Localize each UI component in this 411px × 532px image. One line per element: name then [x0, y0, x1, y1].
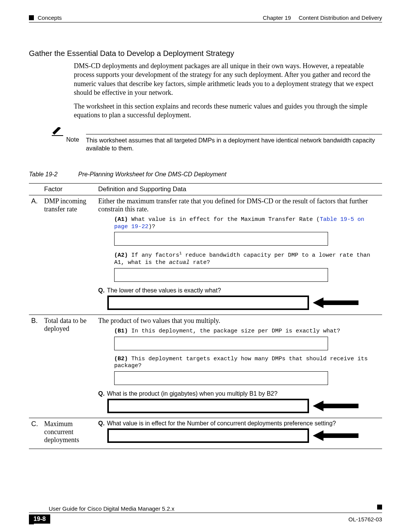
a1-input[interactable]: [114, 232, 328, 246]
b2-input[interactable]: [114, 371, 328, 385]
page-header: Concepts Chapter 19 Content Distribution…: [29, 14, 382, 22]
breadcrumb-section: Concepts: [38, 14, 62, 21]
a2-input[interactable]: [114, 268, 328, 282]
definition-a: Either the maximum transfer rate that yo…: [98, 197, 380, 213]
b1-input[interactable]: [114, 337, 328, 350]
col-letter: [29, 183, 42, 195]
col-factor: Factor: [42, 183, 96, 195]
answer-b-input[interactable]: [107, 399, 309, 413]
definition-b: The product of two values that you multi…: [98, 317, 380, 325]
answer-c-input[interactable]: [107, 428, 309, 443]
table-row: C. Maximum concurrent deployments Q.What…: [29, 418, 382, 449]
factor-c: Maximum concurrent deployments: [42, 418, 96, 449]
intro-block: DMS-CD deployments and deployment packag…: [74, 62, 382, 120]
b2-prompt: (B2) This deployment targets exactly how…: [114, 356, 380, 370]
a1-prompt: (A1) What value is in effect for the Max…: [114, 216, 380, 231]
chapter-number: Chapter 19: [263, 14, 291, 21]
question-c: Q.What value is in effect for the Number…: [98, 420, 380, 427]
arrow-left-icon: [313, 401, 358, 411]
row-letter-a: A.: [29, 195, 42, 315]
table-row: A. DMP incoming transfer rate Either the…: [29, 195, 382, 315]
header-marker-icon: [29, 15, 34, 20]
question-b: Q.What is the product (in gigabytes) whe…: [98, 390, 380, 397]
row-letter-b: B.: [29, 315, 42, 418]
table-title: Pre-Planning Worksheet for One DMS-CD De…: [78, 171, 226, 177]
document-number: OL-15762-03: [349, 516, 382, 522]
page-footer: User Guide for Cisco Digital Media Manag…: [29, 505, 382, 524]
note-block: Note This worksheet assumes that all tar…: [52, 127, 382, 153]
row-letter-c: C.: [29, 418, 42, 449]
factor-a: DMP incoming transfer rate: [42, 195, 96, 315]
svg-marker-2: [313, 430, 358, 441]
table-number: Table 19-2: [29, 171, 57, 177]
note-icon: [52, 127, 63, 136]
table-row: B. Total data to be deployed The product…: [29, 315, 382, 418]
col-definition: Definition and Supporting Data: [96, 183, 382, 195]
footer-marker-icon: [29, 519, 34, 524]
svg-marker-1: [313, 401, 358, 411]
svg-marker-0: [313, 297, 358, 308]
b1-prompt: (B1) In this deployment, the package siz…: [114, 328, 380, 335]
footer-guide-title: User Guide for Cisco Digital Media Manag…: [29, 505, 382, 513]
factor-b: Total data to be deployed: [42, 315, 96, 418]
question-a: Q.The lower of these values is exactly w…: [98, 287, 380, 294]
note-label: Note: [66, 136, 79, 143]
intro-para-1: DMS-CD deployments and deployment packag…: [74, 62, 382, 97]
table-caption: Table 19-2 Pre-Planning Worksheet for On…: [29, 171, 382, 178]
worksheet-table: Factor Definition and Supporting Data A.…: [29, 183, 382, 449]
arrow-left-icon: [313, 297, 358, 308]
footer-marker-icon: [377, 505, 382, 510]
chapter-title: Content Distribution and Delivery: [299, 14, 382, 21]
a2-prompt: (A2) If any factors1 reduce bandwidth ca…: [114, 251, 380, 267]
answer-a-input[interactable]: [107, 296, 309, 310]
note-text: This worksheet assumes that all targeted…: [86, 134, 382, 153]
arrow-left-icon: [313, 430, 358, 441]
intro-para-2: The worksheet in this section explains a…: [74, 102, 382, 120]
section-title: Gather the Essential Data to Develop a D…: [29, 49, 382, 58]
